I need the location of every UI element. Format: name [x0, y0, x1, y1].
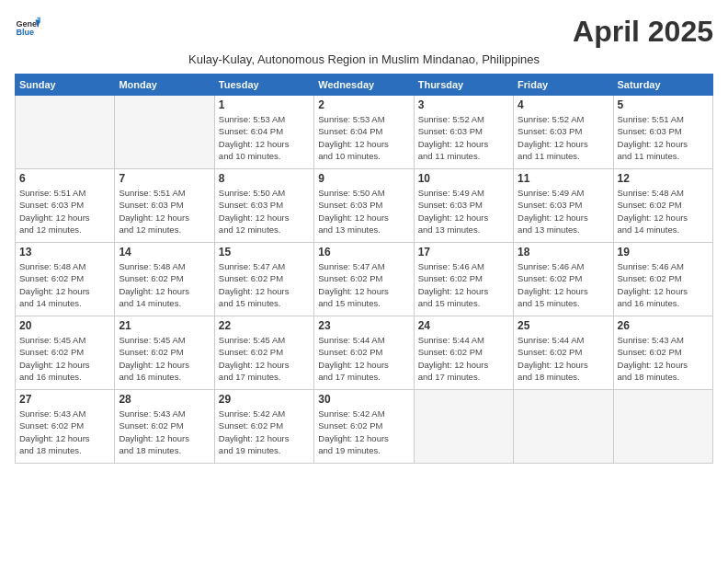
calendar-cell: 29Sunrise: 5:42 AMSunset: 6:02 PMDayligh…	[214, 390, 313, 464]
calendar-cell: 8Sunrise: 5:50 AMSunset: 6:03 PMDaylight…	[214, 169, 313, 243]
day-number: 29	[219, 393, 310, 406]
day-info: Sunrise: 5:46 AMSunset: 6:02 PMDaylight:…	[518, 260, 609, 309]
col-header-saturday: Saturday	[613, 75, 712, 96]
day-info: Sunrise: 5:42 AMSunset: 6:02 PMDaylight:…	[318, 408, 409, 456]
day-info: Sunrise: 5:50 AMSunset: 6:03 PMDaylight:…	[318, 187, 409, 236]
calendar-cell: 13Sunrise: 5:48 AMSunset: 6:02 PMDayligh…	[16, 243, 115, 316]
col-header-tuesday: Tuesday	[214, 75, 313, 96]
day-number: 5	[618, 98, 709, 111]
day-info: Sunrise: 5:44 AMSunset: 6:02 PMDaylight:…	[418, 334, 509, 383]
calendar-cell: 17Sunrise: 5:46 AMSunset: 6:02 PMDayligh…	[414, 243, 513, 316]
day-info: Sunrise: 5:53 AMSunset: 6:04 PMDaylight:…	[219, 113, 310, 162]
calendar-cell: 23Sunrise: 5:44 AMSunset: 6:02 PMDayligh…	[314, 316, 414, 390]
day-info: Sunrise: 5:43 AMSunset: 6:02 PMDaylight:…	[19, 408, 110, 456]
day-number: 14	[119, 246, 210, 259]
day-info: Sunrise: 5:50 AMSunset: 6:03 PMDaylight:…	[219, 187, 310, 236]
day-info: Sunrise: 5:45 AMSunset: 6:02 PMDaylight:…	[119, 334, 210, 383]
calendar-cell: 9Sunrise: 5:50 AMSunset: 6:03 PMDaylight…	[314, 169, 414, 243]
day-info: Sunrise: 5:47 AMSunset: 6:02 PMDaylight:…	[318, 260, 409, 309]
day-number: 3	[418, 98, 509, 111]
day-info: Sunrise: 5:52 AMSunset: 6:03 PMDaylight:…	[418, 113, 509, 162]
calendar-cell: 20Sunrise: 5:45 AMSunset: 6:02 PMDayligh…	[16, 316, 115, 390]
day-info: Sunrise: 5:42 AMSunset: 6:02 PMDaylight:…	[219, 408, 310, 456]
day-number: 25	[518, 319, 609, 332]
day-number: 30	[318, 393, 409, 406]
col-header-friday: Friday	[514, 75, 613, 96]
day-info: Sunrise: 5:49 AMSunset: 6:03 PMDaylight:…	[418, 187, 509, 236]
day-info: Sunrise: 5:45 AMSunset: 6:02 PMDaylight:…	[219, 334, 310, 383]
day-info: Sunrise: 5:43 AMSunset: 6:02 PMDaylight:…	[119, 408, 210, 456]
day-number: 28	[119, 393, 210, 406]
calendar-cell: 3Sunrise: 5:52 AMSunset: 6:03 PMDaylight…	[414, 96, 513, 169]
calendar-cell: 15Sunrise: 5:47 AMSunset: 6:02 PMDayligh…	[214, 243, 313, 316]
day-number: 22	[219, 319, 310, 332]
calendar-cell: 21Sunrise: 5:45 AMSunset: 6:02 PMDayligh…	[115, 316, 214, 390]
subtitle: Kulay-Kulay, Autonomous Region in Muslim…	[15, 52, 713, 66]
svg-text:Blue: Blue	[16, 28, 34, 37]
day-number: 21	[119, 319, 210, 332]
day-number: 17	[418, 246, 509, 259]
day-info: Sunrise: 5:44 AMSunset: 6:02 PMDaylight:…	[518, 334, 609, 383]
calendar-cell: 16Sunrise: 5:47 AMSunset: 6:02 PMDayligh…	[314, 243, 414, 316]
day-number: 4	[518, 98, 609, 111]
calendar-cell: 2Sunrise: 5:53 AMSunset: 6:04 PMDaylight…	[314, 96, 414, 169]
calendar-cell: 30Sunrise: 5:42 AMSunset: 6:02 PMDayligh…	[314, 390, 414, 464]
day-info: Sunrise: 5:46 AMSunset: 6:02 PMDaylight:…	[618, 260, 709, 309]
calendar-cell: 1Sunrise: 5:53 AMSunset: 6:04 PMDaylight…	[214, 96, 313, 169]
col-header-sunday: Sunday	[16, 75, 115, 96]
day-number: 6	[19, 172, 110, 185]
calendar-cell: 4Sunrise: 5:52 AMSunset: 6:03 PMDaylight…	[514, 96, 613, 169]
day-number: 1	[219, 98, 310, 111]
calendar-cell: 18Sunrise: 5:46 AMSunset: 6:02 PMDayligh…	[514, 243, 613, 316]
calendar-cell: 6Sunrise: 5:51 AMSunset: 6:03 PMDaylight…	[16, 169, 115, 243]
col-header-wednesday: Wednesday	[314, 75, 414, 96]
calendar-cell: 26Sunrise: 5:43 AMSunset: 6:02 PMDayligh…	[613, 316, 712, 390]
day-number: 20	[19, 319, 110, 332]
calendar-cell: 25Sunrise: 5:44 AMSunset: 6:02 PMDayligh…	[514, 316, 613, 390]
day-number: 8	[219, 172, 310, 185]
day-number: 12	[618, 172, 709, 185]
day-number: 16	[318, 246, 409, 259]
day-info: Sunrise: 5:51 AMSunset: 6:03 PMDaylight:…	[618, 113, 709, 162]
calendar-cell: 28Sunrise: 5:43 AMSunset: 6:02 PMDayligh…	[115, 390, 214, 464]
day-number: 26	[618, 319, 709, 332]
header: General Blue April 2025	[15, 15, 713, 49]
calendar-cell	[514, 390, 613, 464]
calendar-cell	[613, 390, 712, 464]
day-info: Sunrise: 5:45 AMSunset: 6:02 PMDaylight:…	[19, 334, 110, 383]
calendar-cell: 14Sunrise: 5:48 AMSunset: 6:02 PMDayligh…	[115, 243, 214, 316]
day-info: Sunrise: 5:51 AMSunset: 6:03 PMDaylight:…	[119, 187, 210, 236]
day-number: 2	[318, 98, 409, 111]
day-number: 23	[318, 319, 409, 332]
day-number: 24	[418, 319, 509, 332]
calendar-cell: 12Sunrise: 5:48 AMSunset: 6:02 PMDayligh…	[613, 169, 712, 243]
day-number: 13	[19, 246, 110, 259]
day-info: Sunrise: 5:52 AMSunset: 6:03 PMDaylight:…	[518, 113, 609, 162]
calendar-table: SundayMondayTuesdayWednesdayThursdayFrid…	[15, 74, 713, 464]
month-title: April 2025	[573, 15, 713, 49]
logo: General Blue	[15, 15, 40, 40]
calendar-cell	[414, 390, 513, 464]
calendar-cell: 11Sunrise: 5:49 AMSunset: 6:03 PMDayligh…	[514, 169, 613, 243]
calendar-cell: 10Sunrise: 5:49 AMSunset: 6:03 PMDayligh…	[414, 169, 513, 243]
calendar-cell: 27Sunrise: 5:43 AMSunset: 6:02 PMDayligh…	[16, 390, 115, 464]
calendar-cell: 19Sunrise: 5:46 AMSunset: 6:02 PMDayligh…	[613, 243, 712, 316]
col-header-thursday: Thursday	[414, 75, 513, 96]
calendar-cell: 7Sunrise: 5:51 AMSunset: 6:03 PMDaylight…	[115, 169, 214, 243]
col-header-monday: Monday	[115, 75, 214, 96]
calendar-cell: 24Sunrise: 5:44 AMSunset: 6:02 PMDayligh…	[414, 316, 513, 390]
logo-icon: General Blue	[15, 15, 40, 40]
day-number: 19	[618, 246, 709, 259]
calendar-cell	[16, 96, 115, 169]
day-info: Sunrise: 5:48 AMSunset: 6:02 PMDaylight:…	[618, 187, 709, 236]
day-info: Sunrise: 5:44 AMSunset: 6:02 PMDaylight:…	[318, 334, 409, 383]
calendar-cell: 22Sunrise: 5:45 AMSunset: 6:02 PMDayligh…	[214, 316, 313, 390]
day-info: Sunrise: 5:49 AMSunset: 6:03 PMDaylight:…	[518, 187, 609, 236]
day-number: 18	[518, 246, 609, 259]
day-number: 27	[19, 393, 110, 406]
calendar-cell: 5Sunrise: 5:51 AMSunset: 6:03 PMDaylight…	[613, 96, 712, 169]
day-info: Sunrise: 5:46 AMSunset: 6:02 PMDaylight:…	[418, 260, 509, 309]
day-number: 10	[418, 172, 509, 185]
day-number: 15	[219, 246, 310, 259]
day-number: 7	[119, 172, 210, 185]
